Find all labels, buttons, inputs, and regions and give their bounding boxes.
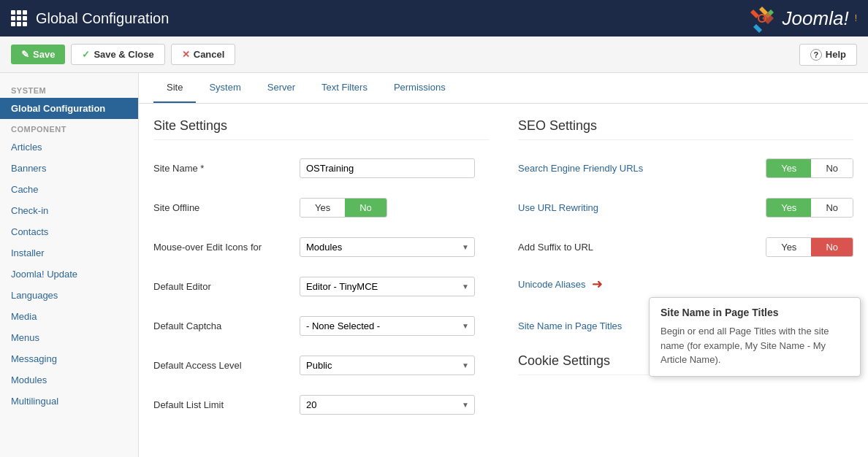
site-offline-control: Yes No [300,198,387,218]
tooltip-title: Site Name in Page Titles [660,307,849,318]
sef-urls-label: Search Engine Friendly URLs [518,163,766,174]
default-access-wrapper: Public [300,356,475,375]
sidebar-item-multilingual[interactable]: Multilingual [0,391,138,412]
tooltip-text: Begin or end all Page Titles with the si… [660,324,849,367]
url-rewriting-no[interactable]: No [811,199,853,217]
content-area: Site System Server Text Filters Permissi… [139,73,868,457]
sidebar-system-section: SYSTEM [0,80,138,98]
sidebar-item-menus[interactable]: Menus [0,327,138,348]
tab-system[interactable]: System [196,73,254,103]
sidebar-item-media[interactable]: Media [0,306,138,327]
default-editor-wrapper: Editor - TinyMCE [300,277,475,296]
default-captcha-label: Default Captcha [153,320,300,331]
sidebar-item-cache[interactable]: Cache [0,179,138,200]
default-editor-row: Default Editor Editor - TinyMCE [153,273,489,299]
default-access-select[interactable]: Public [300,356,475,375]
default-list-wrapper: 20 [300,395,475,415]
sef-urls-row: Search Engine Friendly URLs Yes No [518,155,853,181]
default-editor-select[interactable]: Editor - TinyMCE [300,277,475,296]
suffix-url-yes[interactable]: Yes [766,238,811,256]
site-offline-no[interactable]: No [345,199,387,217]
page-title: Global Configuration [36,10,169,27]
sef-urls-no[interactable]: No [811,159,853,177]
sidebar-item-installer[interactable]: Installer [0,242,138,264]
tab-server[interactable]: Server [254,73,308,103]
default-editor-control: Editor - TinyMCE [300,277,475,296]
default-list-label: Default List Limit [153,399,300,410]
default-access-control: Public [300,356,475,375]
help-icon: ? [810,49,822,61]
sef-urls-yes[interactable]: Yes [766,159,811,177]
sidebar-item-global-configuration[interactable]: Global Configuration [0,98,138,119]
tab-permissions[interactable]: Permissions [381,73,459,103]
site-name-control [300,158,475,178]
default-list-select[interactable]: 20 [300,395,475,415]
default-list-row: Default List Limit 20 [153,391,489,418]
sidebar-item-messaging[interactable]: Messaging [0,348,138,369]
sidebar-component-section: COMPONENT [0,119,138,137]
url-rewriting-yes[interactable]: Yes [766,199,811,217]
toolbar-right: ? Help [799,44,857,66]
arrow-icon: ➜ [592,276,603,292]
sidebar-item-languages[interactable]: Languages [0,285,138,306]
sidebar-item-articles[interactable]: Articles [0,137,138,158]
seo-settings-column: SEO Settings Search Engine Friendly URLs… [518,118,853,431]
x-icon: ✕ [182,49,190,60]
cancel-button[interactable]: ✕ Cancel [171,44,236,65]
default-access-row: Default Access Level Public [153,352,489,378]
default-captcha-select[interactable]: - None Selected - [300,316,475,336]
suffix-url-label: Add Suffix to URL [518,242,766,253]
unicode-aliases-label: Unicode Aliases ➜ [518,276,853,292]
site-offline-yes[interactable]: Yes [300,199,345,217]
joomla-text: Joomla! [783,7,849,30]
tooltip-box: Site Name in Page Titles Begin or end al… [649,297,861,377]
url-rewriting-row: Use URL Rewriting Yes No [518,194,853,220]
joomla-logo: Joomla! ! [747,4,857,33]
save-close-button[interactable]: ✓ Save & Close [71,44,164,65]
tab-text-filters[interactable]: Text Filters [308,73,381,103]
default-captcha-row: Default Captcha - None Selected - [153,312,489,339]
help-button[interactable]: ? Help [799,44,857,66]
default-captcha-control: - None Selected - [300,316,475,336]
sidebar-item-joomla-update[interactable]: Joomla! Update [0,264,138,285]
save-button[interactable]: ✎ Save [11,45,65,64]
sidebar-item-modules[interactable]: Modules [0,369,138,391]
main: SYSTEM Global Configuration COMPONENT Ar… [0,73,868,457]
site-offline-toggle: Yes No [300,198,387,218]
mouseover-edit-wrapper: Modules [300,237,475,257]
site-offline-row: Site Offline Yes No [153,194,489,220]
default-list-control: 20 [300,395,475,415]
content-body: Site Settings Site Name * Site Offline Y… [139,104,868,445]
header: Global Configuration Joomla! ! [0,0,868,37]
suffix-url-no[interactable]: No [811,238,853,256]
sidebar-item-contacts[interactable]: Contacts [0,221,138,242]
mouseover-edit-control: Modules [300,237,475,257]
site-offline-label: Site Offline [153,202,300,213]
site-name-label: Site Name * [153,163,300,174]
mouseover-edit-select[interactable]: Modules [300,237,475,257]
site-settings-column: Site Settings Site Name * Site Offline Y… [153,118,489,431]
sidebar-item-banners[interactable]: Banners [0,158,138,179]
check-icon: ✓ [82,49,90,60]
suffix-url-row: Add Suffix to URL Yes No [518,234,853,260]
grid-icon [11,10,27,26]
save-icon: ✎ [21,49,29,60]
mouseover-edit-label: Mouse-over Edit Icons for [153,242,300,253]
site-name-input[interactable] [300,158,475,178]
tab-site[interactable]: Site [153,73,196,103]
sidebar-item-checkin[interactable]: Check-in [0,200,138,221]
default-editor-label: Default Editor [153,281,300,292]
suffix-url-toggle: Yes No [766,237,853,257]
site-name-row: Site Name * [153,155,489,181]
site-settings-title: Site Settings [153,118,489,140]
default-captcha-wrapper: - None Selected - [300,316,475,336]
default-access-label: Default Access Level [153,360,300,371]
toolbar: ✎ Save ✓ Save & Close ✕ Cancel ? Help [0,37,868,73]
url-rewriting-label: Use URL Rewriting [518,202,766,213]
joomla-icon [747,4,777,33]
seo-settings-title: SEO Settings [518,118,853,140]
header-left: Global Configuration [11,10,169,27]
sidebar: SYSTEM Global Configuration COMPONENT Ar… [0,73,139,457]
unicode-aliases-row: Unicode Aliases ➜ [518,273,853,299]
sef-urls-toggle: Yes No [766,158,853,178]
